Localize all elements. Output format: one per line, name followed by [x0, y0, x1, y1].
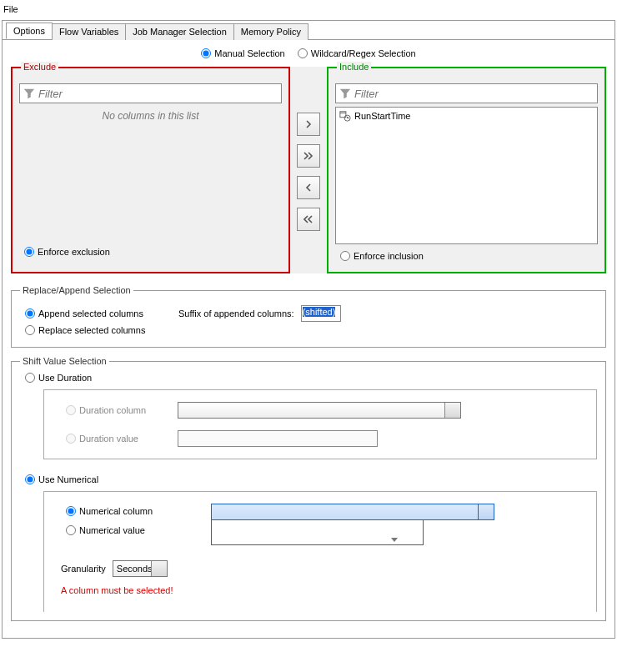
chevron-down-icon [391, 538, 398, 542]
datetime-column-icon [339, 110, 351, 122]
tab-flow-variables[interactable]: Flow Variables [52, 23, 126, 40]
radio-numerical-value-label: Numerical value [79, 525, 145, 535]
include-filter[interactable] [335, 83, 598, 103]
exclude-list-area: No columns in this list [19, 110, 282, 122]
radio-enforce-exclusion-label: Enforce exclusion [38, 247, 110, 257]
remove-all-button[interactable] [297, 208, 320, 231]
radio-append-columns-input[interactable] [25, 308, 35, 318]
double-chevron-right-icon [303, 152, 314, 160]
radio-replace-columns-label: Replace selected columns [38, 325, 145, 335]
shift-value-legend: Shift Value Selection [20, 356, 109, 366]
radio-use-duration-label: Use Duration [38, 373, 92, 383]
suffix-input[interactable]: (shifted) [301, 305, 341, 322]
suffix-label: Suffix of appended columns: [178, 308, 294, 318]
transfer-buttons [297, 67, 320, 273]
radio-duration-value-input [66, 434, 76, 444]
column-selection-row: Exclude No columns in this list Enforce … [11, 67, 606, 273]
remove-button[interactable] [297, 176, 320, 199]
replace-append-legend: Replace/Append Selection [20, 285, 133, 295]
radio-manual-selection[interactable]: Manual Selection [201, 48, 284, 58]
dialog-content: Options Flow Variables Job Manager Selec… [2, 20, 615, 639]
radio-numerical-column[interactable]: Numerical column [66, 506, 199, 516]
add-all-button[interactable] [297, 144, 320, 168]
tab-panel-options: Manual Selection Wildcard/Regex Selectio… [3, 40, 614, 638]
duration-column-combo [178, 402, 461, 419]
radio-duration-column-input [66, 405, 76, 415]
exclude-filter-input[interactable] [35, 87, 278, 101]
include-panel: Include RunStartTime [327, 67, 606, 273]
include-list[interactable]: RunStartTime [335, 107, 598, 244]
include-title: Include [337, 62, 371, 72]
exclude-panel: Exclude No columns in this list Enforce … [11, 67, 290, 273]
tab-options[interactable]: Options [6, 23, 53, 39]
exclude-empty-message: No columns in this list [19, 110, 282, 122]
list-item-label: RunStartTime [354, 111, 410, 121]
chevron-left-icon [305, 183, 312, 192]
shift-value-group: Shift Value Selection Use Duration Durat… [11, 356, 606, 621]
radio-duration-column: Duration column [66, 405, 166, 415]
radio-replace-columns[interactable]: Replace selected columns [25, 325, 145, 335]
chevron-down-icon [449, 409, 456, 413]
radio-numerical-value[interactable]: Numerical value [66, 525, 199, 535]
add-button[interactable] [297, 113, 320, 136]
radio-append-columns-label: Append selected columns [38, 308, 143, 318]
tab-job-manager[interactable]: Job Manager Selection [125, 23, 234, 40]
radio-numerical-column-label: Numerical column [79, 506, 153, 516]
radio-replace-columns-input[interactable] [25, 325, 35, 335]
tab-strip: Options Flow Variables Job Manager Selec… [3, 23, 614, 40]
numerical-column-combo[interactable] [211, 504, 494, 520]
selection-mode-row: Manual Selection Wildcard/Regex Selectio… [11, 48, 606, 60]
radio-duration-value-label: Duration value [79, 434, 138, 444]
numerical-box: Numerical column Numerical value Granula… [43, 491, 597, 612]
radio-enforce-inclusion-input[interactable] [340, 251, 350, 261]
radio-use-numerical-input[interactable] [25, 474, 35, 484]
radio-use-numerical[interactable]: Use Numerical [25, 474, 98, 484]
replace-append-group: Replace/Append Selection Append selected… [11, 285, 606, 348]
radio-numerical-column-input[interactable] [66, 506, 76, 516]
exclude-filter[interactable] [19, 83, 282, 103]
radio-append-columns[interactable]: Append selected columns [25, 308, 167, 318]
radio-enforce-inclusion-label: Enforce inclusion [354, 251, 424, 261]
menu-file[interactable]: File [0, 3, 22, 16]
granularity-value: Seconds [113, 561, 156, 576]
radio-use-numerical-label: Use Numerical [38, 474, 98, 484]
radio-wildcard-selection-input[interactable] [298, 48, 308, 58]
radio-manual-selection-input[interactable] [201, 48, 211, 58]
list-item[interactable]: RunStartTime [338, 109, 595, 123]
radio-enforce-exclusion-input[interactable] [24, 247, 34, 257]
radio-duration-column-label: Duration column [79, 405, 146, 415]
menu-bar: File [0, 0, 617, 18]
duration-value-input [178, 430, 378, 447]
radio-enforce-exclusion[interactable]: Enforce exclusion [24, 247, 110, 257]
radio-wildcard-selection-label: Wildcard/Regex Selection [311, 48, 416, 58]
granularity-combo[interactable]: Seconds [113, 560, 168, 577]
granularity-label: Granularity [61, 564, 106, 574]
chevron-down-icon [156, 567, 163, 571]
chevron-right-icon [305, 120, 312, 128]
exclude-title: Exclude [21, 62, 58, 72]
suffix-input-value: (shifted) [303, 307, 336, 317]
radio-use-duration[interactable]: Use Duration [25, 373, 92, 383]
filter-icon [23, 88, 35, 99]
radio-manual-selection-label: Manual Selection [214, 48, 284, 58]
radio-duration-value: Duration value [66, 434, 166, 444]
duration-box: Duration column Duration value [43, 389, 597, 459]
numerical-column-dropdown[interactable] [211, 520, 424, 545]
double-chevron-left-icon [303, 215, 314, 223]
radio-enforce-inclusion[interactable]: Enforce inclusion [340, 251, 424, 261]
tab-memory-policy[interactable]: Memory Policy [233, 23, 308, 40]
filter-icon [339, 88, 351, 99]
chevron-down-icon [483, 510, 489, 514]
include-filter-input[interactable] [351, 87, 594, 101]
radio-use-duration-input[interactable] [25, 373, 35, 383]
error-message: A column must be selected! [61, 585, 579, 595]
radio-numerical-value-input[interactable] [66, 525, 76, 535]
radio-wildcard-selection[interactable]: Wildcard/Regex Selection [298, 48, 416, 58]
